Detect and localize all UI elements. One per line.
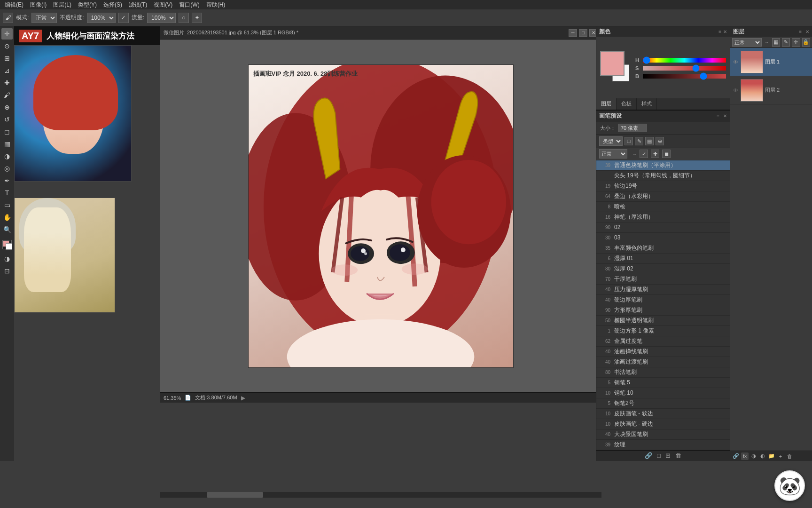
brush-item-0[interactable]: 39普通色块笔刷（平涂用） [596,160,730,171]
tool-eyedropper[interactable]: ⊿ [1,65,13,76]
tab-layers-mini[interactable]: 图层 [596,98,617,110]
canvas-minimize-btn[interactable]: ─ [569,29,577,37]
tool-zoom[interactable]: 🔍 [1,224,13,235]
brush-item-8[interactable]: 35丰富颜色的笔刷 [596,243,730,254]
tool-heal[interactable]: ✚ [1,77,13,88]
color-panel-close[interactable]: ✕ [723,29,727,34]
brush-item-16[interactable]: 1硬边方形 1 像素 [596,326,730,336]
foreground-color-swatch[interactable] [2,240,12,249]
tool-pen[interactable]: ✒ [1,175,13,186]
status-arrow[interactable]: ▶ [241,395,245,401]
tool-screen-mode[interactable]: ⊡ [1,265,13,277]
brush-panel-menu[interactable]: ≡ [717,113,719,119]
brush-item-10[interactable]: 80湿厚 02 [596,264,730,274]
layer-delete-icon[interactable]: 🗑 [786,452,793,460]
panda-overlay[interactable]: 🐼 [774,470,808,504]
tool-crop[interactable]: ⊞ [1,53,13,64]
brush-item-17[interactable]: 62金属过度笔 [596,336,730,347]
layers-panel-menu[interactable]: ≡ [799,29,802,34]
hue-slider[interactable] [643,58,726,63]
mode-select[interactable]: 正常 [31,13,57,23]
thumbnail-2[interactable] [14,198,115,313]
layer-fx-icon[interactable]: fx [741,452,749,460]
opacity-select[interactable]: 100% [87,13,116,23]
panda-icon[interactable]: 🐼 [774,470,805,501]
layer-item-1[interactable]: 👁 图层 1 [730,48,812,76]
brush-item-3[interactable]: 64叠边（水彩用） [596,191,730,202]
brush-item-25[interactable]: 10皮肤画笔 - 硬边 [596,419,730,429]
brush-item-2[interactable]: 19软边19号 [596,181,730,191]
brush-item-1[interactable]: 尖头 19号（常用勾线，圆细节） [596,171,730,181]
canvas-horizontal-scrollbar[interactable] [160,492,601,498]
brush-item-9[interactable]: 6湿厚 01 [596,254,730,264]
brush-item-4[interactable]: 8喷枪 [596,202,730,212]
layer-mask-icon[interactable]: ◑ [750,452,757,460]
menu-window[interactable]: 窗口(W) [176,0,202,9]
tool-brush[interactable]: 🖌 [1,89,13,101]
brush-list[interactable]: 39普通色块笔刷（平涂用）尖头 19号（常用勾线，圆细节）19软边19号64叠边… [596,160,730,450]
flow-select[interactable]: 100% [147,13,176,23]
brush-filter-icon4[interactable]: ⊕ [656,137,664,145]
artwork-canvas[interactable]: 插画班VIP 念月 2020. 6. 28训练营作业 [248,64,514,368]
brush-mode-icon2[interactable]: ✚ [651,150,659,158]
foreground-color[interactable] [600,51,625,76]
brush-item-14[interactable]: 90方形厚笔刷 [596,305,730,316]
tool-lasso[interactable]: ⊙ [1,40,13,52]
menu-select[interactable]: 选择(S) [101,0,125,9]
brush-mode-select[interactable]: 正常 [599,149,627,159]
layer-visibility-2[interactable]: 👁 [732,87,739,94]
layers-panel-close[interactable]: ✕ [805,29,809,34]
scrollbar-thumb-h[interactable] [207,492,263,498]
brush-trash-icon[interactable]: 🗑 [675,452,681,459]
brush-item-24[interactable]: 10皮肤画笔 - 软边 [596,409,730,419]
tool-text[interactable]: T [1,187,13,198]
color-panel-menu[interactable]: ≡ [718,29,721,34]
tool-quickmask[interactable]: ◑ [1,253,13,264]
layer-lock-image[interactable]: ✎ [782,38,790,47]
canvas-maximize-btn[interactable]: □ [579,29,587,37]
layer-visibility-1[interactable]: 👁 [732,59,739,65]
brightness-slider[interactable] [643,74,726,79]
brush-item-19[interactable]: 40油画过渡笔刷 [596,357,730,367]
tool-hand[interactable]: ✋ [1,212,13,223]
layer-group-icon[interactable]: 📁 [768,452,775,460]
menu-edit[interactable]: 编辑(E) [2,0,26,9]
brush-item-12[interactable]: 40压力湿厚笔刷 [596,285,730,295]
brush-filter-icon2[interactable]: ✎ [635,137,643,145]
brush-item-21[interactable]: 5钢笔 5 [596,378,730,388]
airbrush-icon[interactable]: ✦ [192,13,202,23]
brush-item-18[interactable]: 40油画掸线笔刷 [596,347,730,357]
menu-image[interactable]: 图像(I) [27,0,49,9]
tool-gradient[interactable]: ▦ [1,138,13,150]
layer-link-icon[interactable]: 🔗 [732,452,740,460]
brush-item-22[interactable]: 10钢笔 10 [596,388,730,398]
tool-brush-icon[interactable]: 🖌 [3,13,13,23]
flow-toggle-icon[interactable]: ○ [179,13,189,23]
brush-item-27[interactable]: 39纹理 [596,440,730,450]
brush-link-icon[interactable]: 🔗 [645,452,652,459]
opacity-toggle-icon[interactable]: ✓ [118,13,129,23]
layer-lock-all[interactable]: 🔒 [802,38,810,47]
brush-mode-icon3[interactable]: ◼ [662,150,671,158]
tool-dodge[interactable]: ◎ [1,163,13,174]
tool-move[interactable]: ✛ [1,28,13,40]
layer-adjustment-icon[interactable]: ◐ [759,452,766,460]
menu-layer[interactable]: 图层(L) [50,0,74,9]
menu-help[interactable]: 帮助(H) [203,0,228,9]
tab-swatches[interactable]: 色板 [617,98,637,110]
brush-item-13[interactable]: 40硬边厚笔刷 [596,295,730,305]
menu-type[interactable]: 类型(Y) [75,0,100,9]
layer-new-icon[interactable]: + [777,452,784,460]
tool-stamp[interactable]: ⊕ [1,102,13,113]
brush-filter-icon1[interactable]: □ [625,137,633,145]
brush-item-23[interactable]: 5钢笔2号 [596,398,730,409]
brush-new-icon[interactable]: □ [657,452,661,459]
brush-item-26[interactable]: 40大块景国笔刷 [596,429,730,440]
brush-item-20[interactable]: 80书法笔刷 [596,367,730,378]
tool-blur[interactable]: ◑ [1,151,13,162]
tab-styles[interactable]: 样式 [637,98,657,110]
brush-size-input[interactable] [618,124,647,132]
menu-view[interactable]: 视图(V) [151,0,175,9]
brush-filter-select[interactable]: 类型 [599,136,623,146]
layer-item-2[interactable]: 👁 图层 2 [730,76,812,104]
